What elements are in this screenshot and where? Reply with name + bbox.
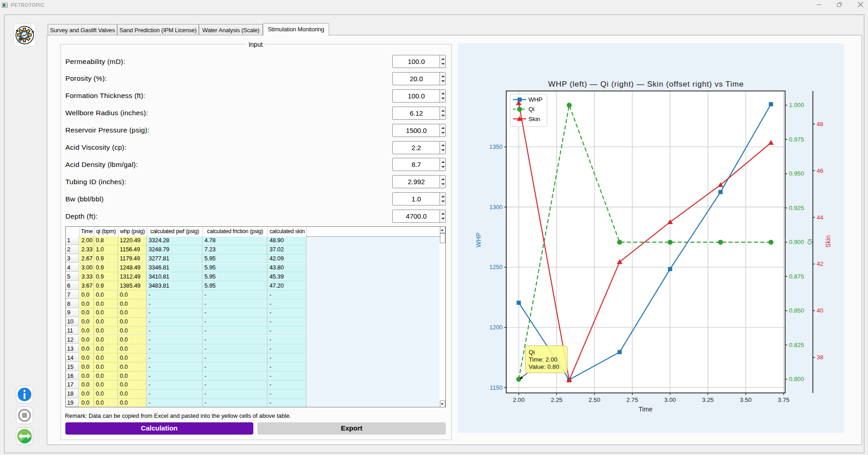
svg-text:40: 40 [817,307,824,314]
svg-text:WHP (left) — Qi (right) — Skin: WHP (left) — Qi (right) — Skin (offset r… [548,80,744,88]
svg-text:0.800: 0.800 [789,376,804,382]
svg-text:3.75: 3.75 [778,396,789,403]
svg-text:44: 44 [817,214,824,221]
svg-text:Qi: Qi [807,239,813,245]
svg-text:2.00: 2.00 [513,396,525,403]
svg-text:42: 42 [817,260,824,267]
svg-text:0.875: 0.875 [789,273,804,280]
svg-text:0.975: 0.975 [789,136,804,143]
svg-text:Time: 2.00: Time: 2.00 [529,356,557,363]
svg-text:0.900: 0.900 [789,239,804,245]
svg-text:0.825: 0.825 [789,342,804,348]
svg-text:3.00: 3.00 [664,396,676,403]
svg-text:0.850: 0.850 [789,307,804,314]
svg-text:Time: Time [639,406,653,413]
svg-text:3.25: 3.25 [702,396,714,403]
svg-text:WHP: WHP [475,233,482,248]
svg-text:46: 46 [817,167,824,174]
svg-text:38: 38 [817,354,824,361]
svg-text:1250: 1250 [489,264,503,270]
svg-text:Value: 0.80: Value: 0.80 [529,363,559,370]
svg-text:0.950: 0.950 [789,170,804,177]
svg-text:0.925: 0.925 [789,205,804,211]
svg-text:3.50: 3.50 [740,396,752,403]
svg-text:Qi: Qi [529,349,535,356]
svg-text:WHP: WHP [528,96,542,103]
svg-text:Qi: Qi [528,106,534,113]
svg-text:1200: 1200 [489,324,503,331]
svg-text:Skin: Skin [528,116,540,122]
svg-text:48: 48 [817,121,824,127]
svg-text:1.000: 1.000 [789,102,804,108]
svg-text:1300: 1300 [489,204,503,210]
svg-text:2.75: 2.75 [626,396,638,403]
svg-text:2.25: 2.25 [551,396,562,403]
svg-text:2.50: 2.50 [589,396,601,403]
svg-text:1350: 1350 [489,143,503,150]
svg-text:Skin: Skin [824,235,832,247]
svg-text:1150: 1150 [490,384,503,391]
